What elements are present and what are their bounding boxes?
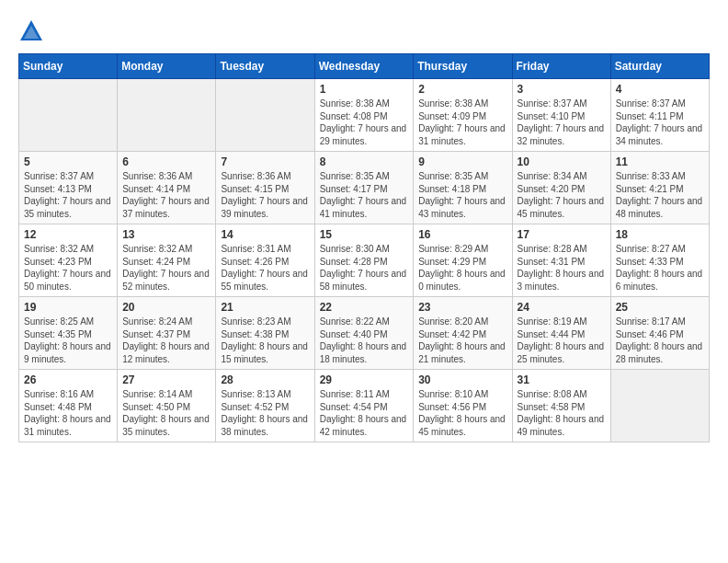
- day-number: 21: [221, 301, 309, 314]
- calendar-cell: [118, 79, 216, 152]
- calendar-cell: 9Sunrise: 8:35 AMSunset: 4:18 PMDaylight…: [414, 152, 512, 224]
- day-info: Sunrise: 8:37 AMSunset: 4:13 PMDaylight:…: [24, 170, 112, 220]
- calendar-cell: 12Sunrise: 8:32 AMSunset: 4:23 PMDayligh…: [19, 224, 118, 297]
- day-number: 2: [418, 83, 506, 96]
- day-number: 27: [122, 373, 210, 386]
- day-info: Sunrise: 8:14 AMSunset: 4:50 PMDaylight:…: [122, 388, 210, 438]
- day-number: 31: [518, 373, 606, 386]
- calendar-week-row: 26Sunrise: 8:16 AMSunset: 4:48 PMDayligh…: [19, 370, 710, 442]
- calendar-cell: 15Sunrise: 8:30 AMSunset: 4:28 PMDayligh…: [314, 224, 414, 297]
- day-info: Sunrise: 8:16 AMSunset: 4:48 PMDaylight:…: [24, 388, 112, 438]
- day-number: 12: [24, 228, 112, 241]
- day-number: 8: [320, 155, 409, 168]
- calendar-cell: [216, 79, 314, 152]
- logo-icon: [18, 18, 44, 44]
- day-number: 24: [518, 301, 606, 314]
- day-info: Sunrise: 8:37 AMSunset: 4:10 PMDaylight:…: [518, 98, 606, 147]
- day-header-tuesday: Tuesday: [216, 54, 314, 79]
- day-number: 5: [24, 155, 112, 168]
- day-number: 26: [24, 373, 112, 386]
- day-number: 4: [616, 83, 704, 96]
- calendar-cell: 28Sunrise: 8:13 AMSunset: 4:52 PMDayligh…: [216, 370, 314, 442]
- day-number: 22: [320, 301, 409, 314]
- day-header-sunday: Sunday: [19, 54, 118, 79]
- day-info: Sunrise: 8:23 AMSunset: 4:38 PMDaylight:…: [221, 316, 309, 365]
- calendar-cell: 2Sunrise: 8:38 AMSunset: 4:09 PMDaylight…: [414, 79, 512, 152]
- day-number: 30: [418, 373, 506, 386]
- calendar-week-row: 1Sunrise: 8:38 AMSunset: 4:08 PMDaylight…: [19, 79, 710, 152]
- day-number: 16: [418, 228, 506, 241]
- calendar-cell: 18Sunrise: 8:27 AMSunset: 4:33 PMDayligh…: [610, 224, 709, 297]
- day-info: Sunrise: 8:29 AMSunset: 4:29 PMDaylight:…: [418, 243, 506, 293]
- calendar-cell: 7Sunrise: 8:36 AMSunset: 4:15 PMDaylight…: [216, 152, 314, 224]
- calendar-cell: 29Sunrise: 8:11 AMSunset: 4:54 PMDayligh…: [314, 370, 414, 442]
- day-number: 18: [616, 228, 704, 241]
- day-number: 6: [122, 155, 210, 168]
- calendar-cell: 4Sunrise: 8:37 AMSunset: 4:11 PMDaylight…: [610, 79, 709, 152]
- calendar-cell: 26Sunrise: 8:16 AMSunset: 4:48 PMDayligh…: [19, 370, 118, 442]
- calendar-cell: 17Sunrise: 8:28 AMSunset: 4:31 PMDayligh…: [512, 224, 610, 297]
- day-info: Sunrise: 8:35 AMSunset: 4:18 PMDaylight:…: [418, 170, 506, 220]
- calendar-cell: 8Sunrise: 8:35 AMSunset: 4:17 PMDaylight…: [314, 152, 414, 224]
- calendar-week-row: 5Sunrise: 8:37 AMSunset: 4:13 PMDaylight…: [19, 152, 710, 224]
- calendar-cell: 11Sunrise: 8:33 AMSunset: 4:21 PMDayligh…: [610, 152, 709, 224]
- calendar-cell: 10Sunrise: 8:34 AMSunset: 4:20 PMDayligh…: [512, 152, 610, 224]
- day-info: Sunrise: 8:28 AMSunset: 4:31 PMDaylight:…: [518, 243, 606, 293]
- calendar-cell: 16Sunrise: 8:29 AMSunset: 4:29 PMDayligh…: [414, 224, 512, 297]
- day-number: 11: [616, 155, 704, 168]
- day-number: 1: [320, 83, 409, 96]
- calendar-cell: 23Sunrise: 8:20 AMSunset: 4:42 PMDayligh…: [414, 297, 512, 370]
- day-info: Sunrise: 8:36 AMSunset: 4:14 PMDaylight:…: [122, 170, 210, 220]
- day-info: Sunrise: 8:22 AMSunset: 4:40 PMDaylight:…: [320, 316, 409, 365]
- day-info: Sunrise: 8:27 AMSunset: 4:33 PMDaylight:…: [616, 243, 704, 293]
- day-info: Sunrise: 8:19 AMSunset: 4:44 PMDaylight:…: [518, 316, 606, 365]
- day-info: Sunrise: 8:38 AMSunset: 4:09 PMDaylight:…: [418, 98, 506, 147]
- day-number: 28: [221, 373, 309, 386]
- calendar-cell: 24Sunrise: 8:19 AMSunset: 4:44 PMDayligh…: [512, 297, 610, 370]
- calendar-cell: [610, 370, 709, 442]
- calendar-cell: 3Sunrise: 8:37 AMSunset: 4:10 PMDaylight…: [512, 79, 610, 152]
- day-info: Sunrise: 8:36 AMSunset: 4:15 PMDaylight:…: [221, 170, 309, 220]
- calendar-cell: 27Sunrise: 8:14 AMSunset: 4:50 PMDayligh…: [118, 370, 216, 442]
- calendar-header-row: SundayMondayTuesdayWednesdayThursdayFrid…: [19, 54, 710, 79]
- logo: [18, 18, 48, 44]
- calendar-cell: 20Sunrise: 8:24 AMSunset: 4:37 PMDayligh…: [118, 297, 216, 370]
- day-number: 20: [122, 301, 210, 314]
- day-header-wednesday: Wednesday: [314, 54, 414, 79]
- day-number: 25: [616, 301, 704, 314]
- calendar-cell: 13Sunrise: 8:32 AMSunset: 4:24 PMDayligh…: [118, 224, 216, 297]
- day-info: Sunrise: 8:10 AMSunset: 4:56 PMDaylight:…: [418, 388, 506, 438]
- day-header-saturday: Saturday: [610, 54, 709, 79]
- calendar-week-row: 12Sunrise: 8:32 AMSunset: 4:23 PMDayligh…: [19, 224, 710, 297]
- day-number: 15: [320, 228, 409, 241]
- calendar-cell: 25Sunrise: 8:17 AMSunset: 4:46 PMDayligh…: [610, 297, 709, 370]
- day-header-thursday: Thursday: [414, 54, 512, 79]
- day-info: Sunrise: 8:33 AMSunset: 4:21 PMDaylight:…: [616, 170, 704, 220]
- calendar-week-row: 19Sunrise: 8:25 AMSunset: 4:35 PMDayligh…: [19, 297, 710, 370]
- day-info: Sunrise: 8:11 AMSunset: 4:54 PMDaylight:…: [320, 388, 409, 438]
- calendar-cell: [19, 79, 118, 152]
- calendar-cell: 14Sunrise: 8:31 AMSunset: 4:26 PMDayligh…: [216, 224, 314, 297]
- page-header: [18, 18, 710, 44]
- day-header-monday: Monday: [118, 54, 216, 79]
- day-info: Sunrise: 8:25 AMSunset: 4:35 PMDaylight:…: [24, 316, 112, 365]
- day-info: Sunrise: 8:37 AMSunset: 4:11 PMDaylight:…: [616, 98, 704, 147]
- day-number: 3: [518, 83, 606, 96]
- day-info: Sunrise: 8:13 AMSunset: 4:52 PMDaylight:…: [221, 388, 309, 438]
- day-number: 7: [221, 155, 309, 168]
- calendar-cell: 22Sunrise: 8:22 AMSunset: 4:40 PMDayligh…: [314, 297, 414, 370]
- calendar-cell: 5Sunrise: 8:37 AMSunset: 4:13 PMDaylight…: [19, 152, 118, 224]
- day-number: 19: [24, 301, 112, 314]
- day-info: Sunrise: 8:17 AMSunset: 4:46 PMDaylight:…: [616, 316, 704, 365]
- calendar-cell: 6Sunrise: 8:36 AMSunset: 4:14 PMDaylight…: [118, 152, 216, 224]
- calendar-cell: 21Sunrise: 8:23 AMSunset: 4:38 PMDayligh…: [216, 297, 314, 370]
- day-number: 17: [518, 228, 606, 241]
- day-info: Sunrise: 8:20 AMSunset: 4:42 PMDaylight:…: [418, 316, 506, 365]
- calendar-cell: 31Sunrise: 8:08 AMSunset: 4:58 PMDayligh…: [512, 370, 610, 442]
- day-info: Sunrise: 8:34 AMSunset: 4:20 PMDaylight:…: [518, 170, 606, 220]
- day-number: 13: [122, 228, 210, 241]
- day-info: Sunrise: 8:30 AMSunset: 4:28 PMDaylight:…: [320, 243, 409, 293]
- day-info: Sunrise: 8:31 AMSunset: 4:26 PMDaylight:…: [221, 243, 309, 293]
- day-header-friday: Friday: [512, 54, 610, 79]
- day-info: Sunrise: 8:32 AMSunset: 4:24 PMDaylight:…: [122, 243, 210, 293]
